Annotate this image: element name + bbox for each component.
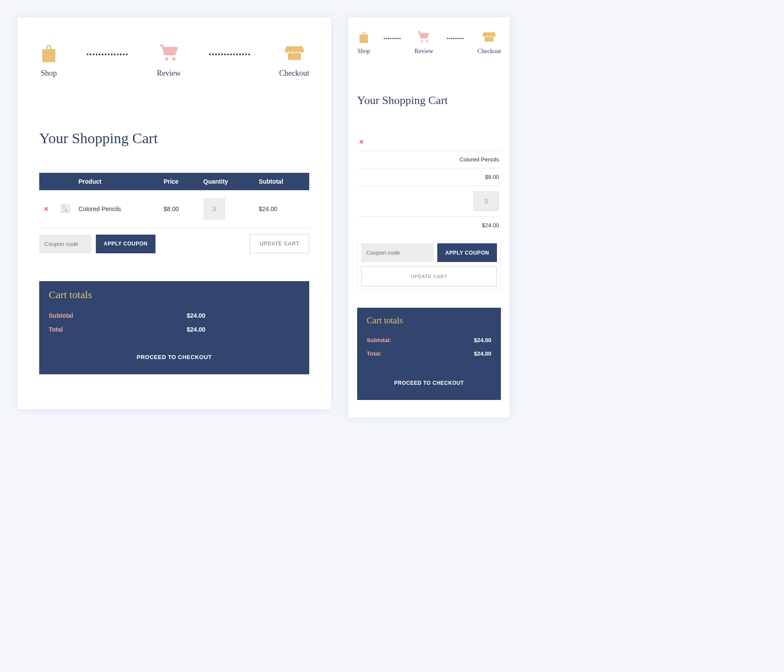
store-icon bbox=[483, 30, 496, 44]
product-price: $8.00 bbox=[159, 190, 199, 228]
step-review[interactable]: Review bbox=[157, 44, 181, 78]
svg-point-4 bbox=[426, 40, 428, 42]
totals-heading: Cart totals bbox=[49, 289, 300, 301]
step-checkout[interactable]: Checkout bbox=[477, 30, 501, 55]
col-product: Product bbox=[74, 173, 159, 190]
total-label: Total: bbox=[367, 350, 382, 357]
cart-totals: Cart totals Subtotal: $24.00 Total: $24.… bbox=[357, 308, 501, 400]
coupon-input[interactable] bbox=[39, 235, 91, 253]
subtotal-label: Subtotal bbox=[49, 312, 187, 319]
stepper-dots: •••••••••••••• bbox=[58, 51, 157, 58]
stepper-dots: ••••••••• bbox=[370, 36, 415, 41]
mobile-view: Shop ••••••••• Review ••••••••• Checkout… bbox=[348, 17, 510, 417]
totals-heading: Cart totals bbox=[367, 316, 491, 326]
svg-point-3 bbox=[421, 40, 423, 42]
store-icon bbox=[285, 44, 304, 63]
stepper-dots: ••••••••• bbox=[433, 36, 478, 41]
total-value: $24.00 bbox=[474, 350, 491, 357]
remove-item-icon[interactable]: ✕ bbox=[359, 138, 364, 145]
cart-table: Product Price Quantity Subtotal ✕ Colore… bbox=[39, 173, 309, 259]
svg-rect-5 bbox=[485, 37, 493, 42]
remove-item-icon[interactable]: ✕ bbox=[44, 205, 49, 212]
quantity-input[interactable] bbox=[473, 191, 499, 211]
total-label: Total bbox=[49, 326, 187, 333]
checkout-stepper: Shop •••••••••••••• Review •••••••••••••… bbox=[39, 44, 309, 78]
cart-list: ✕ Colored Pencils $8.00 $24.00 APPLY COU… bbox=[357, 133, 501, 290]
step-review[interactable]: Review bbox=[415, 30, 433, 55]
stepper-dots: •••••••••••••• bbox=[181, 51, 279, 58]
proceed-checkout-button[interactable]: PROCEED TO CHECKOUT bbox=[49, 354, 300, 360]
apply-coupon-button[interactable]: APPLY COUPON bbox=[96, 235, 155, 253]
cart-icon bbox=[159, 44, 179, 63]
total-value: $24.00 bbox=[187, 326, 206, 333]
step-shop-label: Shop bbox=[41, 69, 57, 78]
subtotal-value: $24.00 bbox=[474, 337, 491, 343]
desktop-view: Shop •••••••••••••• Review •••••••••••••… bbox=[17, 17, 331, 409]
col-quantity: Quantity bbox=[199, 173, 254, 190]
cart-icon bbox=[417, 30, 430, 44]
subtotal-value: $24.00 bbox=[187, 312, 206, 319]
svg-point-0 bbox=[165, 57, 168, 60]
col-price: Price bbox=[159, 173, 199, 190]
page-title: Your Shopping Cart bbox=[357, 94, 501, 107]
step-shop-label: Shop bbox=[358, 48, 370, 55]
product-name[interactable]: Colored Pencils bbox=[357, 151, 501, 168]
shopping-bag-icon bbox=[39, 44, 58, 63]
cart-row: ✕ Colored Pencils $8.00 $24.00 bbox=[39, 190, 309, 228]
step-checkout-label: Checkout bbox=[477, 48, 501, 55]
update-cart-button[interactable]: UPDATE CART bbox=[250, 234, 309, 253]
shopping-bag-icon bbox=[357, 30, 370, 44]
page-title: Your Shopping Cart bbox=[39, 130, 309, 147]
step-checkout-label: Checkout bbox=[279, 69, 309, 78]
svg-rect-2 bbox=[288, 53, 301, 60]
step-shop[interactable]: Shop bbox=[357, 30, 370, 55]
proceed-checkout-button[interactable]: PROCEED TO CHECKOUT bbox=[367, 380, 491, 386]
step-checkout[interactable]: Checkout bbox=[279, 44, 309, 78]
product-subtotal: $24.00 bbox=[254, 190, 309, 228]
step-review-label: Review bbox=[157, 69, 181, 78]
subtotal-label: Subtotal: bbox=[367, 337, 391, 343]
svg-point-1 bbox=[172, 57, 175, 60]
checkout-stepper: Shop ••••••••• Review ••••••••• Checkout bbox=[357, 30, 501, 55]
product-price: $8.00 bbox=[357, 168, 501, 185]
apply-coupon-button[interactable]: APPLY COUPON bbox=[437, 243, 497, 262]
step-shop[interactable]: Shop bbox=[39, 44, 58, 78]
step-review-label: Review bbox=[415, 48, 433, 55]
quantity-input[interactable] bbox=[203, 198, 225, 220]
product-thumbnail[interactable] bbox=[61, 204, 70, 213]
coupon-input[interactable] bbox=[361, 243, 434, 262]
product-name[interactable]: Colored Pencils bbox=[74, 190, 159, 228]
product-subtotal: $24.00 bbox=[357, 216, 501, 234]
update-cart-button[interactable]: UPDATE CART bbox=[361, 266, 497, 286]
cart-totals: Cart totals Subtotal $24.00 Total $24.00… bbox=[39, 281, 309, 374]
col-subtotal: Subtotal bbox=[254, 173, 309, 190]
